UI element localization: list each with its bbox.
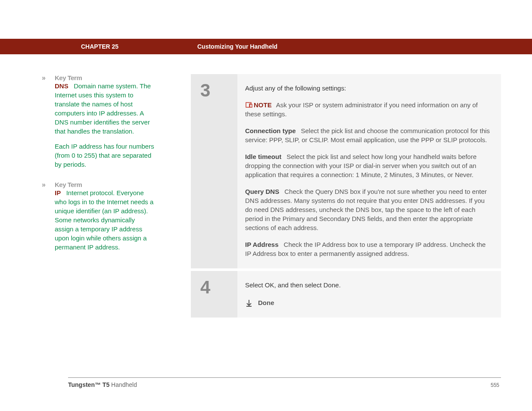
key-term-extra: Each IP address has four numbers (from 0… [55,142,155,169]
note-text: Ask your ISP or system administrator if … [245,101,478,118]
setting-connection-type: Connection typeSelect the pick list and … [245,126,491,144]
steps-container: 3 Adjust any of the following settings: … [191,74,501,320]
sidebar: » Key Term DNS Domain name system. The I… [55,74,155,264]
note-icon [245,101,253,108]
note-callout: NOTEAsk your ISP or system administrator… [245,100,491,118]
done-label: Done [258,298,274,307]
key-term-label: Key Term [55,74,82,81]
step-number: 4 [191,271,237,318]
step-instruction: Select OK, and then select Done. [245,280,491,290]
chapter-header: CHAPTER 25 Customizing Your Handheld [0,39,532,54]
setting-name: Query DNS [245,188,279,195]
footer-rule [68,377,501,378]
step-3: 3 Adjust any of the following settings: … [191,74,501,268]
key-term-label: Key Term [55,181,82,188]
footer-product-rest: Handheld [109,381,137,388]
setting-idle-timeout: Idle timeoutSelect the pick list and sel… [245,152,491,179]
chapter-number: CHAPTER 25 [81,43,118,50]
setting-ip-address: IP AddressCheck the IP Address box to us… [245,240,491,258]
key-term-definition: IP Internet protocol. Everyone who logs … [55,189,153,251]
key-term-marker-icon: » [42,74,46,82]
key-term-marker-icon: » [42,181,46,189]
step-4: 4 Select OK, and then select Done. Done [191,271,501,318]
page-number: 555 [491,382,499,388]
setting-query-dns: Query DNSCheck the Query DNS box if you'… [245,187,491,232]
setting-text: Check the IP Address box to use a tempor… [245,241,485,257]
section-title: Customizing Your Handheld [197,43,277,50]
step-body: Adjust any of the following settings: NO… [237,74,501,268]
key-term-name: DNS [55,82,68,90]
step-intro: Adjust any of the following settings: [245,84,491,93]
note-label: NOTE [254,101,272,109]
step-number: 3 [191,74,237,268]
arrow-down-icon [245,299,253,307]
key-term-block: » Key Term DNS Domain name system. The I… [55,74,155,169]
setting-text: Check the Query DNS box if you're not su… [245,188,487,231]
key-term-block: » Key Term IP Internet protocol. Everyon… [55,181,155,252]
setting-name: IP Address [245,241,279,248]
key-term-definition: DNS Domain name system. The Internet use… [55,82,151,135]
setting-name: Connection type [245,127,296,134]
footer-product: Tungsten™ T5 Handheld [68,381,137,388]
footer-product-name: Tungsten™ T5 [68,381,109,388]
setting-name: Idle timeout [245,153,281,160]
done-indicator: Done [245,298,491,307]
key-term-name: IP [55,189,61,196]
step-body: Select OK, and then select Done. Done [237,271,501,318]
